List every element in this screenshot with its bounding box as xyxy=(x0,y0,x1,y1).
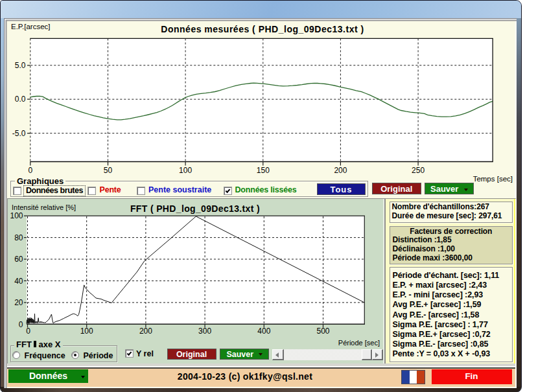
svg-text:80: 80 xyxy=(14,233,23,242)
svg-text:100: 100 xyxy=(10,211,23,220)
svg-text:150: 150 xyxy=(257,166,270,175)
svg-text:-5.0: -5.0 xyxy=(12,129,26,138)
svg-text:400: 400 xyxy=(257,327,270,336)
svg-text:0: 0 xyxy=(26,327,30,336)
svg-text:250: 250 xyxy=(412,166,425,175)
svg-text:0: 0 xyxy=(28,166,32,175)
svg-text:100: 100 xyxy=(80,327,93,336)
svg-text:200: 200 xyxy=(139,327,152,336)
svg-text:40: 40 xyxy=(14,277,23,286)
svg-text:0: 0 xyxy=(19,320,23,329)
svg-text:20: 20 xyxy=(14,298,23,307)
svg-text:60: 60 xyxy=(14,255,23,264)
svg-text:50: 50 xyxy=(104,166,113,175)
svg-text:0.0: 0.0 xyxy=(15,95,26,104)
svg-text:500: 500 xyxy=(316,327,329,336)
svg-text:100: 100 xyxy=(179,166,192,175)
svg-text:200: 200 xyxy=(334,166,347,175)
svg-text:300: 300 xyxy=(198,327,211,336)
svg-text:5.0: 5.0 xyxy=(15,61,26,70)
